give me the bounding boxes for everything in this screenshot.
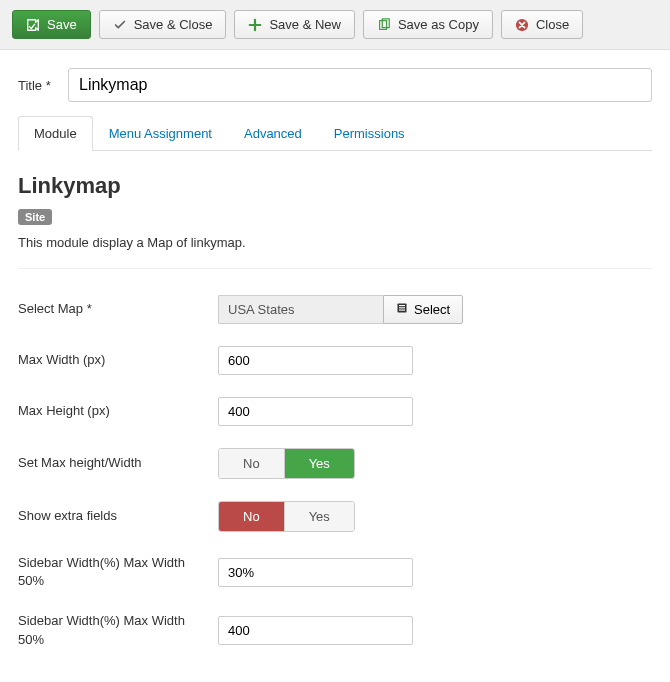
save-close-button[interactable]: Save & Close	[99, 10, 227, 39]
module-heading: Linkymap	[18, 173, 652, 199]
title-row: Title *	[18, 68, 652, 102]
tab-permissions[interactable]: Permissions	[318, 116, 421, 151]
svg-rect-4	[399, 305, 405, 306]
save-new-label: Save & New	[269, 17, 341, 32]
sidebar-pct-label: Sidebar Width(%) Max Width 50%	[18, 554, 218, 590]
save-button[interactable]: Save	[12, 10, 91, 39]
extra-fields-label: Show extra fields	[18, 507, 218, 525]
close-button[interactable]: Close	[501, 10, 583, 39]
sidebar-px-row: Sidebar Width(%) Max Width 50%	[18, 612, 652, 648]
max-width-row: Max Width (px)	[18, 346, 652, 375]
list-icon	[396, 302, 408, 317]
title-label: Title *	[18, 78, 58, 93]
check-icon	[113, 18, 127, 32]
extra-fields-row: Show extra fields No Yes	[18, 501, 652, 532]
max-height-input[interactable]	[218, 397, 413, 426]
toolbar: Save Save & Close Save & New Save as Cop…	[0, 0, 670, 50]
content: Title * Module Menu Assignment Advanced …	[0, 50, 670, 682]
tab-advanced[interactable]: Advanced	[228, 116, 318, 151]
select-map-row: Select Map * Select	[18, 295, 652, 324]
copy-icon	[377, 18, 391, 32]
sidebar-px-label: Sidebar Width(%) Max Width 50%	[18, 612, 218, 648]
select-button-label: Select	[414, 302, 450, 317]
site-badge: Site	[18, 209, 52, 225]
save-close-label: Save & Close	[134, 17, 213, 32]
max-width-input[interactable]	[218, 346, 413, 375]
sidebar-pct-row: Sidebar Width(%) Max Width 50%	[18, 554, 652, 590]
max-width-label: Max Width (px)	[18, 351, 218, 369]
sidebar-pct-input[interactable]	[218, 558, 413, 587]
set-max-toggle: No Yes	[218, 448, 355, 479]
svg-rect-5	[399, 307, 405, 308]
select-map-value	[218, 295, 383, 324]
select-map-label: Select Map *	[18, 300, 218, 318]
save-copy-label: Save as Copy	[398, 17, 479, 32]
tabs: Module Menu Assignment Advanced Permissi…	[18, 116, 652, 151]
title-input[interactable]	[68, 68, 652, 102]
set-max-yes[interactable]: Yes	[285, 449, 354, 478]
divider	[18, 268, 652, 269]
svg-rect-6	[399, 310, 405, 311]
save-label: Save	[47, 17, 77, 32]
save-new-button[interactable]: Save & New	[234, 10, 355, 39]
max-height-row: Max Height (px)	[18, 397, 652, 426]
save-icon	[26, 18, 40, 32]
tab-module[interactable]: Module	[18, 116, 93, 151]
close-label: Close	[536, 17, 569, 32]
max-height-label: Max Height (px)	[18, 402, 218, 420]
plus-icon	[248, 18, 262, 32]
module-description: This module display a Map of linkymap.	[18, 235, 652, 250]
set-max-row: Set Max height/Width No Yes	[18, 448, 652, 479]
set-max-label: Set Max height/Width	[18, 454, 218, 472]
close-icon	[515, 18, 529, 32]
set-max-no[interactable]: No	[219, 449, 285, 478]
extra-fields-yes[interactable]: Yes	[285, 502, 354, 531]
select-map-button[interactable]: Select	[383, 295, 463, 324]
extra-fields-toggle: No Yes	[218, 501, 355, 532]
sidebar-px-input[interactable]	[218, 616, 413, 645]
extra-fields-no[interactable]: No	[219, 502, 285, 531]
save-copy-button[interactable]: Save as Copy	[363, 10, 493, 39]
tab-menu-assignment[interactable]: Menu Assignment	[93, 116, 228, 151]
